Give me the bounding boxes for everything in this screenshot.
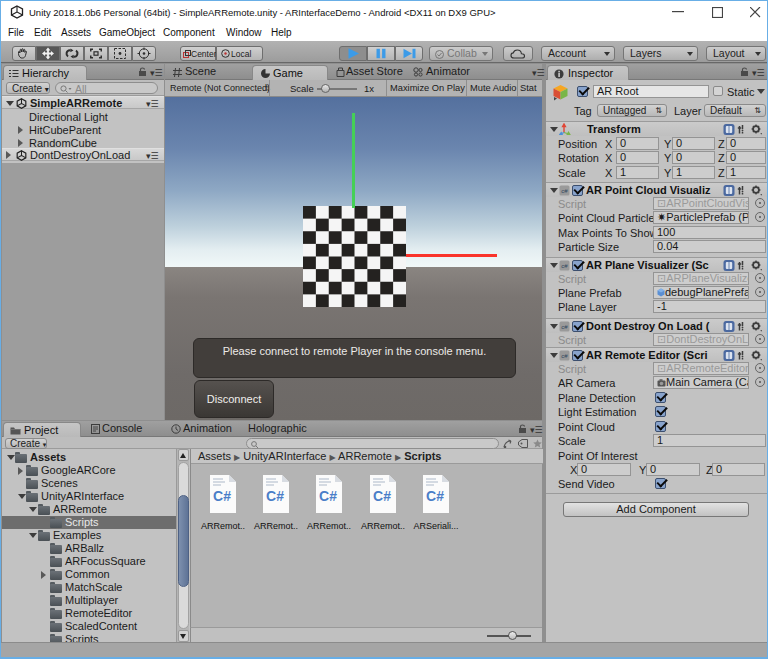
svg-text:C#: C# (319, 488, 337, 504)
svg-text:c#: c# (561, 353, 568, 359)
svg-text:C#: C# (266, 488, 284, 504)
svg-text:c#: c# (561, 263, 568, 269)
svg-text:C#: C# (373, 488, 391, 504)
svg-text:c#: c# (561, 324, 568, 330)
svg-text:C#: C# (426, 488, 444, 504)
svg-text:C#: C# (213, 488, 231, 504)
svg-text:c#: c# (561, 188, 568, 194)
